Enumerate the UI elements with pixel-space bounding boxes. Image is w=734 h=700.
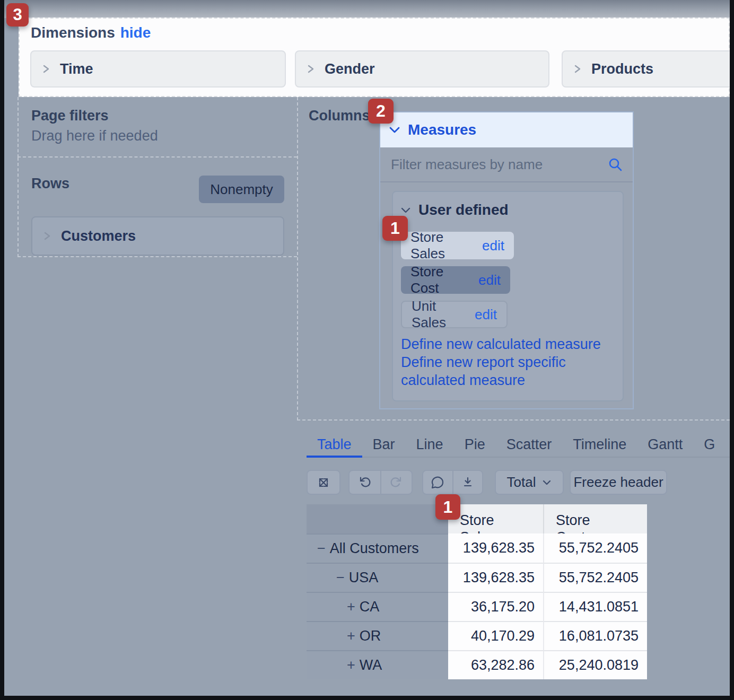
tab-gauge-cutoff[interactable]: G	[693, 432, 726, 457]
table-cell[interactable]: 14,431.0851	[543, 592, 647, 621]
tab-table[interactable]: Table	[307, 432, 362, 457]
dimension-card-gender[interactable]: Gender	[295, 50, 549, 88]
dimension-label: Products	[591, 61, 653, 77]
dimension-label: Time	[60, 61, 93, 77]
rows-item-label: Customers	[61, 228, 136, 244]
tab-scatter[interactable]: Scatter	[496, 432, 563, 457]
expand-icon[interactable]: +	[347, 599, 355, 615]
nonempty-button[interactable]: Nonempty	[199, 176, 284, 203]
search-icon[interactable]	[607, 156, 623, 172]
download-button[interactable]	[452, 471, 483, 494]
measure-edit-link[interactable]: edit	[482, 238, 504, 254]
define-report-specific-measure-link[interactable]: Define new report specific calculated me…	[401, 353, 616, 389]
comment-button[interactable]	[423, 471, 452, 494]
row-label: WA	[360, 657, 382, 673]
measure-item-store-sales[interactable]: Store Sales edit	[401, 232, 514, 259]
table-cell[interactable]: 25,240.0819	[543, 650, 647, 679]
measures-filter-input[interactable]	[390, 156, 607, 173]
dimensions-title: Dimensions	[31, 24, 115, 41]
row-label: All Customers	[330, 540, 419, 557]
tab-bar[interactable]: Bar	[362, 432, 406, 457]
chevron-right-icon	[307, 63, 315, 75]
speech-bubble-icon	[430, 475, 445, 490]
page-filters-dropzone[interactable]: Page filters Drag here if needed	[18, 97, 297, 158]
measure-edit-link[interactable]: edit	[478, 272, 501, 288]
tab-gantt[interactable]: Gantt	[637, 432, 693, 457]
dimension-label: Gender	[325, 61, 375, 77]
measures-popup-title: Measures	[408, 121, 476, 138]
table-cell[interactable]: 139,628.35	[448, 533, 543, 563]
measure-item-store-cost[interactable]: Store Cost edit	[401, 266, 510, 294]
rows-title: Rows	[31, 176, 69, 192]
table-cell[interactable]: 40,170.29	[448, 621, 543, 650]
table-cell[interactable]: 55,752.2405	[543, 533, 647, 563]
pivot-table: Store Sales Store Cost − All Customers 1…	[307, 504, 647, 679]
table-cell[interactable]: 139,628.35	[448, 563, 543, 592]
step-3-badge: 3	[6, 3, 29, 27]
table-cell[interactable]: 55,752.2405	[543, 563, 647, 592]
row-header-all-customers[interactable]: − All Customers	[307, 533, 448, 563]
redo-button[interactable]	[380, 471, 412, 494]
define-calculated-measure-link[interactable]: Define new calculated measure	[401, 335, 616, 353]
undo-redo-group	[348, 470, 413, 495]
expand-icon[interactable]: +	[347, 657, 355, 673]
tab-timeline[interactable]: Timeline	[562, 432, 637, 457]
measure-label: Store Cost	[410, 264, 472, 296]
tab-pie[interactable]: Pie	[454, 432, 496, 457]
row-header-ca[interactable]: + CA	[307, 592, 448, 621]
screen-edge-right	[730, 0, 734, 700]
expand-arrows-icon	[316, 475, 331, 490]
rows-item-customers[interactable]: Customers	[31, 216, 284, 256]
chevron-down-icon	[400, 207, 411, 214]
tab-line[interactable]: Line	[406, 432, 454, 457]
row-label: USA	[349, 570, 379, 586]
measures-filter-row	[380, 147, 633, 182]
freeze-header-label: Freeze header	[573, 474, 663, 491]
chevron-right-icon	[573, 63, 582, 75]
freeze-header-button[interactable]: Freeze header	[570, 470, 667, 495]
dimension-card-time[interactable]: Time	[30, 50, 286, 88]
rows-dropzone[interactable]: Rows Nonempty Customers	[18, 158, 297, 257]
undo-button[interactable]	[349, 471, 380, 494]
table-cell[interactable]: 63,282.86	[448, 650, 543, 679]
measures-group-header[interactable]: User defined	[400, 202, 509, 218]
dimensions-panel: Dimensionshide Time Gender Products	[19, 18, 730, 97]
columns-dropzone[interactable]: Columns Measures User defined Store	[297, 97, 730, 421]
measure-edit-link[interactable]: edit	[475, 307, 497, 323]
collapse-icon[interactable]: −	[317, 540, 326, 557]
measure-label: Unit Sales	[412, 298, 468, 331]
screen-edge-bottom	[0, 696, 734, 700]
measures-group-title: User defined	[418, 202, 509, 218]
dimension-card-products[interactable]: Products	[562, 50, 734, 88]
chevron-right-icon	[43, 230, 51, 242]
page-filters-title: Page filters	[31, 108, 109, 124]
row-header-or[interactable]: + OR	[307, 621, 448, 650]
measure-item-unit-sales[interactable]: Unit Sales edit	[401, 301, 508, 328]
expand-view-button[interactable]	[307, 470, 340, 495]
chevron-down-icon	[389, 126, 400, 134]
download-icon	[460, 475, 475, 490]
chevron-right-icon	[42, 63, 50, 75]
total-dropdown[interactable]: Total	[495, 470, 564, 495]
measures-popup-header[interactable]: Measures	[380, 112, 633, 147]
window-top-bar	[0, 0, 734, 18]
row-label: CA	[360, 599, 380, 615]
view-type-tabs: Table Bar Line Pie Scatter Timeline Gant…	[307, 432, 730, 458]
undo-icon	[357, 475, 372, 490]
step-1-badge-table: 1	[435, 494, 460, 520]
table-cell[interactable]: 36,175.20	[448, 592, 543, 621]
pivot-designer-screen: Dimensionshide Time Gender Products Page…	[0, 0, 734, 700]
collapse-icon[interactable]: −	[336, 570, 345, 586]
chevron-down-icon	[542, 479, 552, 486]
row-header-usa[interactable]: − USA	[307, 563, 448, 592]
hide-link[interactable]: hide	[120, 24, 151, 41]
expand-icon[interactable]: +	[347, 628, 355, 644]
redo-icon	[389, 475, 404, 490]
row-label: OR	[360, 628, 381, 644]
columns-title: Columns	[309, 108, 370, 124]
comment-download-group	[422, 470, 483, 495]
table-cell[interactable]: 16,081.0735	[543, 621, 647, 650]
row-header-wa[interactable]: + WA	[307, 650, 448, 679]
measure-label: Store Sales	[410, 229, 476, 262]
step-2-badge: 2	[368, 99, 394, 124]
